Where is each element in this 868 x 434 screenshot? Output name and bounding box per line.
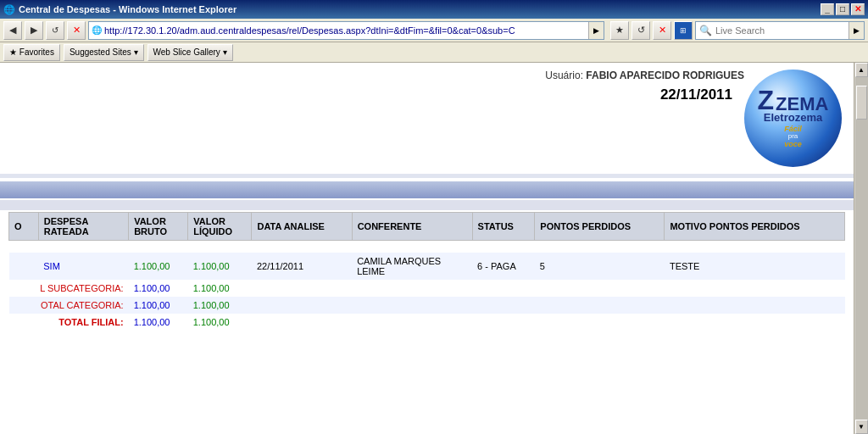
refresh-button[interactable]: ↺ (46, 21, 64, 40)
user-row: Usuário: FABIO APARECIDO RODRIGUES (545, 70, 744, 81)
page-content: Usuário: FABIO APARECIDO RODRIGUES 22/11… (0, 63, 854, 434)
maximize-button[interactable]: □ (836, 3, 849, 15)
cell-bruto: 1.100,00 (129, 253, 188, 280)
cell-despesa: SIM (38, 253, 128, 280)
live-search-input[interactable] (715, 25, 849, 36)
cell-motivo: TESTE (665, 253, 845, 280)
table-row: SIM 1.100,00 1.100,00 22/11/2011 CAMILA … (9, 253, 845, 280)
scroll-down-button[interactable]: ▼ (855, 420, 868, 434)
right-scrollbar: ▲ ▼ (854, 63, 868, 434)
summary-bruto-3: 1.100,00 (129, 314, 188, 331)
table-wrap: O DESPESARATEADA VALORBRUTO VALORLÍQUIDO… (8, 212, 845, 331)
live-search-wrap: 🔍 ▶ (695, 21, 865, 40)
back-button[interactable]: ◀ (3, 21, 22, 40)
report-table: O DESPESARATEADA VALORBRUTO VALORLÍQUIDO… (8, 212, 845, 331)
logo-zema-text: ZEMA (776, 96, 828, 113)
close-button[interactable]: ✕ (851, 3, 865, 15)
scroll-thumb[interactable] (856, 86, 867, 120)
browser-content: Usuário: FABIO APARECIDO RODRIGUES 22/11… (0, 63, 868, 434)
summary-label-3: TOTAL FILIAL: (9, 314, 129, 331)
scroll-up-button[interactable]: ▲ (855, 63, 868, 77)
user-name: FABIO APARECIDO RODRIGUES (586, 70, 744, 81)
company-logo: Z ZEMA Eletrozema Fácil pra voce (744, 70, 842, 167)
summary-row-3: TOTAL FILIAL: 1.100,00 1.100,00 (9, 314, 845, 331)
toolbar-icons: ★ ↺ ✕ ⊞ (610, 21, 693, 40)
stop2-button[interactable]: ✕ (653, 21, 671, 40)
summary-bruto-1: 1.100,00 (129, 280, 188, 297)
cell-pontos: 5 (535, 253, 665, 280)
summary-row-2: OTAL CATEGORIA: 1.100,00 1.100,00 (9, 297, 845, 314)
logo-eletrozema: Eletrozema (764, 112, 822, 124)
light-bar (0, 200, 854, 210)
logo-voce: voce (784, 140, 802, 148)
summary-label-1: L SUBCATEGORIA: (9, 280, 129, 297)
browser-icon: 🌐 (3, 4, 15, 15)
page-inner: Usuário: FABIO APARECIDO RODRIGUES 22/11… (0, 63, 854, 434)
suggested-btn[interactable]: Suggested Sites ▾ (64, 44, 144, 61)
summary-bruto-2: 1.100,00 (129, 297, 188, 314)
summary-liquido-3: 1.100,00 (188, 314, 252, 331)
spacer-row (9, 241, 845, 253)
address-bar: ◀ ▶ ↺ ✕ 🌐 ▶ ★ ↺ ✕ ⊞ 🔍 ▶ (0, 19, 868, 42)
col-header-5: CONFERENTE (352, 213, 472, 241)
scroll-track[interactable] (855, 77, 868, 420)
user-label: Usuário: (545, 70, 583, 81)
toolbar-row: ★ Favorites Suggested Sites ▾ Web Slice … (0, 42, 868, 63)
col-header-2: VALORBRUTO (129, 213, 188, 241)
minimize-button[interactable]: _ (821, 3, 834, 15)
summary-liquido-1: 1.100,00 (188, 280, 252, 297)
search-go-button[interactable]: ▶ (849, 22, 864, 39)
forward-button[interactable]: ▶ (25, 21, 43, 40)
stop-button[interactable]: ✕ (67, 21, 86, 40)
summary-liquido-2: 1.100,00 (188, 297, 252, 314)
gallery-btn[interactable]: Web Slice Gallery ▾ (147, 44, 233, 61)
window-controls: _ □ ✕ (821, 3, 865, 15)
cell-status: 6 - PAGA (472, 253, 535, 280)
col-header-6: STATUS (472, 213, 535, 241)
title-text: Central de Despesas - Windows Internet E… (19, 4, 236, 14)
summary-row-1: L SUBCATEGORIA: 1.100,00 1.100,00 (9, 280, 845, 297)
col-header-7: PONTOS PERDIDOS (535, 213, 665, 241)
cell-conferente: CAMILA MARQUESLEIME (352, 253, 472, 280)
favorites-bar-btn[interactable]: ★ Favorites (3, 44, 60, 61)
address-input[interactable] (104, 25, 588, 36)
logo-pra: pra (788, 133, 798, 140)
refresh2-button[interactable]: ↺ (632, 21, 650, 40)
title-bar: 🌐 Central de Despesas - Windows Internet… (0, 0, 868, 19)
logo-z: Z (758, 88, 775, 113)
cell-0 (9, 253, 39, 280)
blue-bar-1 (0, 181, 854, 198)
windows-logo: ⊞ (674, 21, 693, 40)
col-header-4: DATA ANALISE (252, 213, 352, 241)
divider-1 (0, 174, 854, 178)
table-header-row: O DESPESARATEADA VALORBRUTO VALORLÍQUIDO… (9, 213, 845, 241)
col-header-8: MOTIVO PONTOS PERDIDOS (665, 213, 845, 241)
date-display: 22/11/2011 (660, 86, 732, 103)
col-header-3: VALORLÍQUIDO (188, 213, 252, 241)
page-icon: 🌐 (89, 23, 104, 38)
cell-liquido: 1.100,00 (188, 253, 252, 280)
cell-data: 22/11/2011 (252, 253, 352, 280)
top-right: Usuário: FABIO APARECIDO RODRIGUES 22/11… (545, 70, 744, 103)
favorites-button[interactable]: ★ (610, 21, 629, 40)
summary-label-2: OTAL CATEGORIA: (9, 297, 129, 314)
search-icon: 🔍 (696, 25, 715, 36)
top-section: Usuário: FABIO APARECIDO RODRIGUES 22/11… (0, 63, 854, 170)
address-input-wrap: 🌐 ▶ (88, 21, 604, 40)
col-header-0: O (9, 213, 39, 241)
col-header-1: DESPESARATEADA (38, 213, 128, 241)
address-go-button[interactable]: ▶ (588, 22, 604, 39)
